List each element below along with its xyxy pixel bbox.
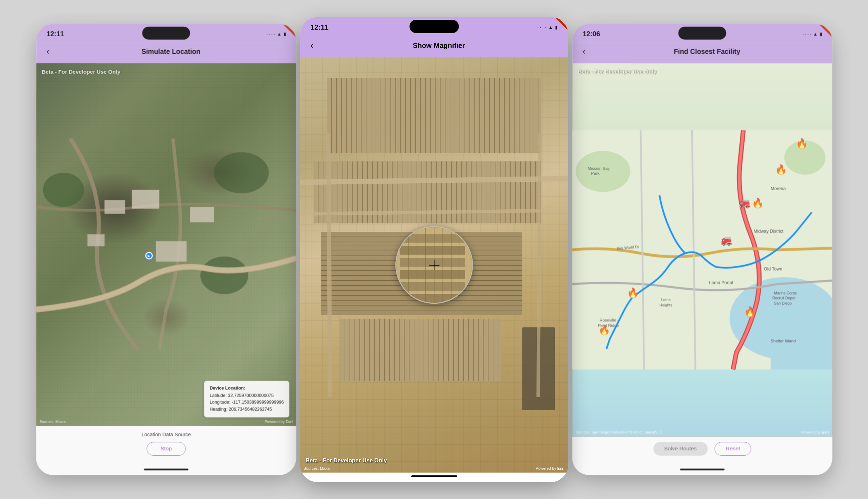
beta-watermark-2: Beta - For Developer Use Only xyxy=(306,457,387,464)
map-attr-right-2: Powered by Esri xyxy=(536,466,565,470)
svg-text:Shelter Island: Shelter Island xyxy=(771,338,796,343)
road-svg-1 xyxy=(36,63,296,426)
reset-button[interactable]: Reset xyxy=(714,442,751,456)
status-bar-1: 12:11 · · · · ▲ ▮ DEBUG xyxy=(36,24,296,43)
svg-point-25 xyxy=(576,151,630,192)
topo-map-3: Mission Bay Park Morena Midway District … xyxy=(572,63,832,436)
station-icon-2: 🚒 xyxy=(739,198,751,209)
station-icon-1: 🚒 xyxy=(720,235,732,246)
magnifier-crosshair xyxy=(429,260,439,270)
nav-title-1: Simulate Location xyxy=(52,48,289,55)
nav-title-2: Show Magnifier xyxy=(317,42,561,50)
screen-container: 12:11 · · · · ▲ ▮ DEBUG ‹ Simulate Locat… xyxy=(0,0,868,499)
map-attr-left-1: Sources: Maxar xyxy=(40,420,66,424)
grid-4 xyxy=(340,319,501,381)
svg-rect-9 xyxy=(400,234,465,242)
bottom-buttons-3: Solve Routes Reset xyxy=(579,442,825,456)
home-indicator-2 xyxy=(300,473,568,482)
map-area-2[interactable]: Beta - For Developer Use Only Sources: M… xyxy=(300,57,568,473)
svg-text:Loma: Loma xyxy=(661,297,670,302)
svg-text:Sea World Dr: Sea World Dr xyxy=(616,244,639,251)
svg-text:Loma Portal: Loma Portal xyxy=(709,280,733,285)
stop-button[interactable]: Stop xyxy=(146,442,186,456)
map-area-3[interactable]: Mission Bay Park Morena Midway District … xyxy=(572,63,832,436)
info-lon: Longitude: -117.15038999999999996 xyxy=(210,399,284,406)
fire-icon-2: 🔥 xyxy=(598,325,610,336)
fire-icon-6: 🔥 xyxy=(743,306,755,317)
svg-text:Park: Park xyxy=(591,171,599,175)
home-bar-3 xyxy=(680,469,724,470)
map-attr-right-3: Powered by Esri xyxy=(801,430,828,435)
bottom-area-1: Location Data Source Stop xyxy=(36,426,296,466)
satellite-map-1: Beta - For Developer Use Only Device Loc… xyxy=(36,63,296,426)
svg-text:Roseville -: Roseville - xyxy=(600,318,619,322)
nav-bar-3: ‹ Find Closest Facility xyxy=(572,43,832,63)
bottom-area-3: Solve Routes Reset xyxy=(572,437,832,466)
wifi-icon-1: ▲ xyxy=(277,31,281,37)
home-bar-1 xyxy=(144,469,188,470)
map-area-1[interactable]: Beta - For Developer Use Only Device Loc… xyxy=(36,63,296,426)
back-button-1[interactable]: ‹ xyxy=(43,45,52,58)
wifi-icon-2: ▲ xyxy=(548,25,553,30)
nav-title-3: Find Closest Facility xyxy=(588,48,825,55)
dots-icon-1: · · · · xyxy=(266,31,275,37)
fire-icon-1: 🔥 xyxy=(627,287,639,298)
svg-rect-0 xyxy=(104,200,125,214)
map-attr-left-2: Sources: Maxar xyxy=(304,466,331,470)
home-indicator-1 xyxy=(36,466,296,475)
info-box-title-1: Device Location: xyxy=(210,385,284,392)
svg-rect-14 xyxy=(400,294,465,303)
dynamic-island-3 xyxy=(678,27,726,40)
svg-rect-3 xyxy=(156,241,186,261)
svg-rect-22 xyxy=(572,130,832,369)
svg-point-7 xyxy=(200,257,248,294)
svg-point-5 xyxy=(43,173,84,207)
info-heading: Heading: 206.73456482262745 xyxy=(210,406,284,413)
status-icons-2: · · · · ▲ ▮ xyxy=(537,25,557,30)
fire-icon-3: 🔥 xyxy=(775,164,787,175)
dark-1 xyxy=(522,327,554,411)
svg-text:Heights: Heights xyxy=(659,303,672,307)
svg-rect-1 xyxy=(132,190,159,209)
svg-text:San Diego: San Diego xyxy=(774,301,791,305)
phone-simulate-location: 12:11 · · · · ▲ ▮ DEBUG ‹ Simulate Locat… xyxy=(36,24,296,475)
nav-bar-2: ‹ Show Magnifier xyxy=(300,36,568,57)
map-attr-right-1: Powered by Esri xyxy=(265,420,292,424)
svg-text:Marine Corps: Marine Corps xyxy=(774,291,796,295)
dots-icon-2: · · · · xyxy=(537,25,546,30)
info-box-1: Device Location: Latitude: 32.7259700000… xyxy=(204,381,289,417)
svg-text:Midway District: Midway District xyxy=(753,229,783,234)
home-bar-2 xyxy=(411,475,457,477)
fire-icon-4: 🔥 xyxy=(796,138,808,149)
svg-rect-13 xyxy=(400,282,465,291)
location-dot-1 xyxy=(145,252,153,259)
battery-icon-2: ▮ xyxy=(555,25,558,30)
svg-rect-10 xyxy=(400,246,465,255)
svg-text:Recruit Depot: Recruit Depot xyxy=(772,296,795,300)
dynamic-island-1 xyxy=(142,27,190,40)
solve-routes-button[interactable]: Solve Routes xyxy=(653,442,707,456)
svg-text:Morena: Morena xyxy=(771,186,786,191)
status-time-2: 12:11 xyxy=(311,23,329,31)
nav-bar-1: ‹ Simulate Location xyxy=(36,43,296,63)
back-button-3[interactable]: ‹ xyxy=(579,45,588,58)
magnifier-overlay[interactable] xyxy=(395,226,473,304)
bottom-label-1: Location Data Source xyxy=(43,431,289,437)
wifi-icon-3: ▲ xyxy=(813,31,817,37)
dynamic-island-2 xyxy=(409,20,459,33)
battery-icon-1: ▮ xyxy=(283,31,286,37)
road-svg-3: Mission Bay Park Morena Midway District … xyxy=(572,63,832,436)
home-indicator-3 xyxy=(572,466,832,475)
grid-2 xyxy=(314,161,541,224)
svg-rect-4 xyxy=(190,207,214,222)
dots-icon-3: · · · · xyxy=(802,31,811,37)
battery-icon-3: ▮ xyxy=(819,31,822,37)
beta-watermark-3: Beta - For Developer Use Only xyxy=(577,69,656,75)
map-attr-left-3: Sources: San Diego Unified Port District… xyxy=(576,430,666,435)
back-button-2[interactable]: ‹ xyxy=(307,39,317,52)
status-icons-1: · · · · ▲ ▮ xyxy=(266,31,286,37)
svg-rect-2 xyxy=(87,234,104,246)
fire-icon-5: 🔥 xyxy=(752,198,764,209)
status-bar-2: 12:11 · · · · ▲ ▮ DEBUG xyxy=(300,17,568,36)
status-time-1: 12:11 xyxy=(46,30,64,38)
